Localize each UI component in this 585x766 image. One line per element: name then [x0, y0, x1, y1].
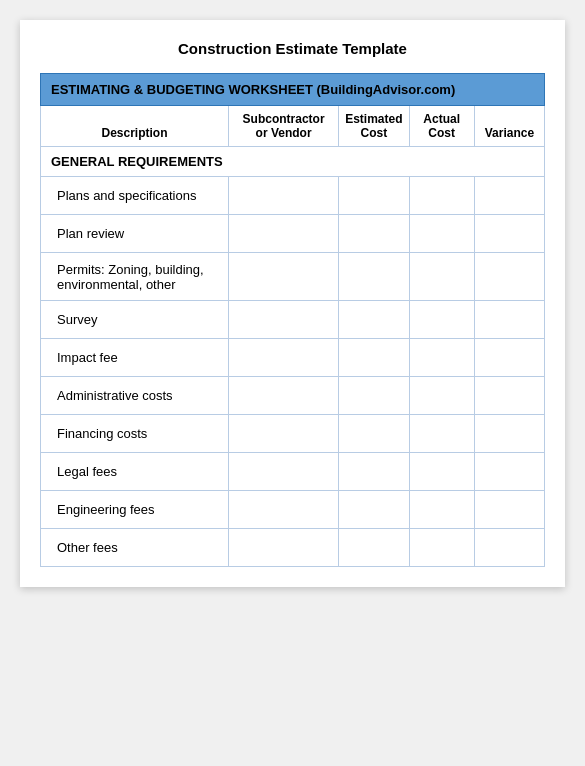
row-estimated-cost[interactable]	[339, 377, 409, 415]
row-variance[interactable]	[474, 339, 544, 377]
row-estimated-cost[interactable]	[339, 491, 409, 529]
section-header-label: GENERAL REQUIREMENTS	[41, 147, 545, 177]
row-estimated-cost[interactable]	[339, 301, 409, 339]
row-actual-cost[interactable]	[409, 491, 474, 529]
col-subcontractor: Subcontractor or Vendor	[229, 106, 339, 147]
row-actual-cost[interactable]	[409, 377, 474, 415]
row-label: Legal fees	[41, 453, 229, 491]
row-subcontractor[interactable]	[229, 253, 339, 301]
table-row: Plan review	[41, 215, 545, 253]
column-header-row: Description Subcontractor or Vendor Esti…	[41, 106, 545, 147]
row-estimated-cost[interactable]	[339, 415, 409, 453]
row-estimated-cost[interactable]	[339, 453, 409, 491]
table-row: Impact fee	[41, 339, 545, 377]
page-container: Construction Estimate Template ESTIMATIN…	[20, 20, 565, 587]
row-actual-cost[interactable]	[409, 529, 474, 567]
row-variance[interactable]	[474, 301, 544, 339]
col-description: Description	[41, 106, 229, 147]
row-label: Administrative costs	[41, 377, 229, 415]
row-subcontractor[interactable]	[229, 177, 339, 215]
row-actual-cost[interactable]	[409, 453, 474, 491]
row-actual-cost[interactable]	[409, 301, 474, 339]
worksheet-header-row: ESTIMATING & BUDGETING WORKSHEET (Buildi…	[41, 74, 545, 106]
col-estimated-cost: Estimated Cost	[339, 106, 409, 147]
row-actual-cost[interactable]	[409, 177, 474, 215]
row-variance[interactable]	[474, 215, 544, 253]
row-subcontractor[interactable]	[229, 491, 339, 529]
table-row: Financing costs	[41, 415, 545, 453]
row-label: Other fees	[41, 529, 229, 567]
col-actual-cost: Actual Cost	[409, 106, 474, 147]
row-estimated-cost[interactable]	[339, 339, 409, 377]
row-label: Plans and specifications	[41, 177, 229, 215]
row-subcontractor[interactable]	[229, 215, 339, 253]
row-label: Impact fee	[41, 339, 229, 377]
row-subcontractor[interactable]	[229, 301, 339, 339]
row-label: Engineering fees	[41, 491, 229, 529]
row-variance[interactable]	[474, 253, 544, 301]
row-estimated-cost[interactable]	[339, 215, 409, 253]
row-subcontractor[interactable]	[229, 339, 339, 377]
page-title: Construction Estimate Template	[40, 40, 545, 57]
row-actual-cost[interactable]	[409, 215, 474, 253]
table-row: Plans and specifications	[41, 177, 545, 215]
section-header-row: GENERAL REQUIREMENTS	[41, 147, 545, 177]
row-label: Survey	[41, 301, 229, 339]
worksheet-table: ESTIMATING & BUDGETING WORKSHEET (Buildi…	[40, 73, 545, 567]
table-row: Engineering fees	[41, 491, 545, 529]
table-row: Legal fees	[41, 453, 545, 491]
row-estimated-cost[interactable]	[339, 529, 409, 567]
row-variance[interactable]	[474, 529, 544, 567]
table-row: Permits: Zoning, building, environmental…	[41, 253, 545, 301]
table-row: Administrative costs	[41, 377, 545, 415]
row-label: Permits: Zoning, building, environmental…	[41, 253, 229, 301]
worksheet-header-label: ESTIMATING & BUDGETING WORKSHEET (Buildi…	[41, 74, 545, 106]
row-actual-cost[interactable]	[409, 339, 474, 377]
row-variance[interactable]	[474, 453, 544, 491]
row-variance[interactable]	[474, 177, 544, 215]
row-variance[interactable]	[474, 377, 544, 415]
row-variance[interactable]	[474, 491, 544, 529]
row-label: Plan review	[41, 215, 229, 253]
row-variance[interactable]	[474, 415, 544, 453]
row-subcontractor[interactable]	[229, 377, 339, 415]
table-row: Other fees	[41, 529, 545, 567]
row-subcontractor[interactable]	[229, 529, 339, 567]
row-estimated-cost[interactable]	[339, 253, 409, 301]
table-row: Survey	[41, 301, 545, 339]
row-actual-cost[interactable]	[409, 415, 474, 453]
row-subcontractor[interactable]	[229, 453, 339, 491]
row-actual-cost[interactable]	[409, 253, 474, 301]
row-subcontractor[interactable]	[229, 415, 339, 453]
col-variance: Variance	[474, 106, 544, 147]
row-label: Financing costs	[41, 415, 229, 453]
row-estimated-cost[interactable]	[339, 177, 409, 215]
